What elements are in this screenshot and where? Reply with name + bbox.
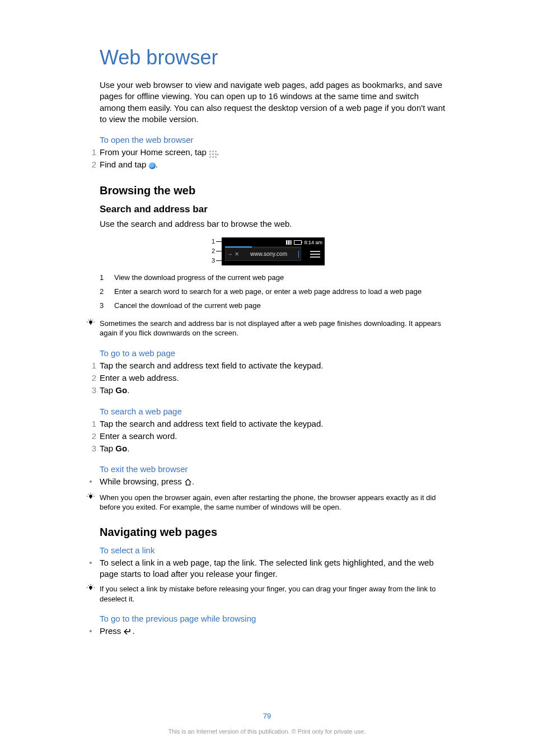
bullet-text-post: .: [133, 626, 135, 636]
bullet-text: Press: [100, 626, 124, 636]
cancel-x-icon: ✕: [235, 251, 239, 257]
step-text-post: .: [127, 385, 129, 395]
status-time: 8:14 am: [304, 240, 322, 245]
svg-line-12: [88, 493, 89, 494]
step-bold: Go: [115, 385, 127, 395]
step-text-post: .: [127, 444, 129, 453]
list-item: 1Tap the search and address text field t…: [100, 418, 447, 430]
tip-text: When you open the browser again, even af…: [100, 493, 447, 512]
step-text-post: .: [217, 147, 219, 157]
heading-exit-browser: To exit the web browser: [100, 464, 447, 474]
step-text: From your Home screen, tap: [100, 147, 209, 157]
step-text-post: .: [156, 160, 158, 169]
legend-text: Enter a search word to search for a web …: [114, 287, 421, 296]
svg-rect-8: [90, 497, 91, 498]
step-text: Tap: [100, 385, 115, 395]
legend-row: 2 Enter a search word to search for a we…: [100, 287, 447, 296]
back-arrow-icon: [124, 626, 133, 637]
svg-point-14: [89, 586, 92, 589]
apps-grid-icon: [209, 150, 217, 158]
svg-rect-1: [90, 324, 91, 325]
search-bar-body: Use the search and address bar to browse…: [100, 218, 447, 230]
tip-bulb-icon: [85, 584, 96, 594]
legend-text: View the download progress of the curren…: [114, 273, 284, 282]
step-number: 2: [85, 431, 96, 442]
tip-search-bar: Sometimes the search and address bar is …: [85, 319, 447, 338]
home-icon: [184, 477, 192, 488]
list-item: 2Enter a search word.: [100, 431, 447, 442]
menu-icon: [310, 251, 320, 258]
heading-select-link: To select a link: [100, 545, 447, 555]
footer-text: This is an Internet version of this publ…: [0, 728, 534, 735]
callout-label: 3: [212, 257, 215, 264]
svg-line-20: [92, 585, 93, 586]
battery-icon: [294, 240, 302, 245]
exit-browser-list: • While browsing, press .: [100, 476, 447, 488]
signal-icon: [286, 240, 292, 245]
tip-bulb-icon: [85, 493, 96, 503]
step-text: Enter a search word.: [100, 431, 177, 442]
legend-text: Cancel the download of the current web p…: [114, 301, 261, 310]
list-item: 1 From your Home screen, tap .: [100, 147, 447, 158]
svg-line-5: [88, 320, 89, 320]
svg-point-7: [89, 494, 92, 498]
go-arrow-icon: →: [227, 251, 233, 257]
list-item: 3Tap Go.: [100, 385, 447, 396]
tip-exit-browser: When you open the browser again, even af…: [85, 493, 447, 512]
list-item: • While browsing, press .: [100, 476, 447, 488]
svg-line-6: [92, 320, 93, 320]
svg-point-0: [89, 320, 92, 324]
heading-prev-page: To go to the previous page while browsin…: [100, 614, 447, 623]
text-cursor: [298, 251, 299, 258]
legend-num: 3: [100, 301, 109, 310]
intro-paragraph: Use your web browser to view and navigat…: [100, 80, 447, 125]
search-page-steps: 1Tap the search and address text field t…: [100, 418, 447, 455]
legend-num: 2: [100, 287, 109, 296]
address-bar: → ✕ www.sony.com: [225, 248, 301, 261]
list-item: 2Enter a web address.: [100, 372, 447, 384]
phone-mock: 8:14 am → ✕ www.sony.com: [222, 237, 325, 265]
bullet-text: While browsing, press: [100, 477, 184, 486]
page-title: Web browser: [100, 46, 447, 69]
list-item: • To select a link in a web page, tap th…: [100, 557, 447, 580]
bullet-text-post: .: [192, 477, 194, 486]
step-number: 2: [85, 159, 96, 170]
step-text: Tap the search and address text field to…: [100, 360, 323, 371]
list-item: 3Tap Go.: [100, 443, 447, 454]
open-browser-steps: 1 From your Home screen, tap . 2 Find an…: [100, 147, 447, 171]
step-number: 2: [85, 372, 96, 384]
callout-label: 2: [212, 248, 215, 254]
heading-browsing-web: Browsing the web: [100, 184, 447, 197]
browser-globe-icon: [149, 162, 156, 169]
prev-page-list: • Press .: [100, 626, 447, 637]
bullet-icon: •: [85, 626, 96, 637]
svg-line-13: [92, 493, 93, 494]
heading-navigating: Navigating web pages: [100, 526, 447, 539]
url-text: www.sony.com: [241, 251, 297, 257]
list-item: • Press .: [100, 626, 447, 637]
heading-goto-page: To go to a web page: [100, 348, 447, 358]
step-number: 3: [85, 443, 96, 454]
step-text: Tap: [100, 444, 115, 453]
step-text: Enter a web address.: [100, 372, 179, 384]
select-link-list: • To select a link in a web page, tap th…: [100, 557, 447, 580]
legend-num: 1: [100, 273, 109, 282]
legend-row: 3 Cancel the download of the current web…: [100, 301, 447, 310]
step-text: Find and tap: [100, 160, 149, 169]
step-number: 3: [85, 385, 96, 396]
list-item: 2 Find and tap .: [100, 159, 447, 170]
bullet-icon: •: [85, 476, 96, 487]
callout-label: 1: [212, 238, 215, 245]
legend-row: 1 View the download progress of the curr…: [100, 273, 447, 282]
step-text: Tap the search and address text field to…: [100, 418, 323, 430]
heading-open-browser: To open the web browser: [100, 135, 447, 144]
legend: 1 View the download progress of the curr…: [100, 273, 447, 310]
step-number: 1: [85, 360, 96, 371]
step-number: 1: [85, 147, 96, 158]
svg-line-19: [88, 585, 89, 586]
page-number: 79: [0, 712, 534, 720]
tip-text: Sometimes the search and address bar is …: [100, 319, 447, 338]
tip-text: If you select a link by mistake before r…: [100, 584, 447, 604]
goto-page-steps: 1Tap the search and address text field t…: [100, 360, 447, 396]
tip-select-link: If you select a link by mistake before r…: [85, 584, 447, 604]
